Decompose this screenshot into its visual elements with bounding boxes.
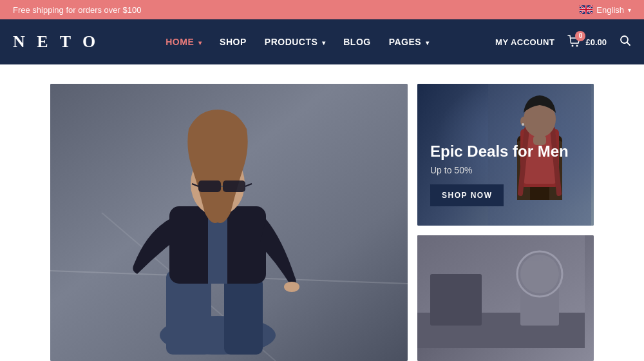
nav-link-shop[interactable]: SHOP bbox=[220, 37, 247, 47]
second-panel-svg bbox=[417, 235, 585, 348]
deals-text: Epic Deals for Men Up to 50% SHOP NOW bbox=[430, 142, 581, 206]
svg-point-32 bbox=[520, 255, 559, 293]
spacer-bar bbox=[0, 64, 644, 84]
deals-title: Epic Deals for Men bbox=[430, 142, 581, 161]
nav-item-products[interactable]: PRODUCTS ▾ bbox=[265, 36, 325, 48]
uk-flag-icon bbox=[580, 5, 592, 14]
svg-point-1 bbox=[572, 44, 574, 46]
nav-right-section: MY ACCOUNT 0 £0.00 bbox=[495, 35, 631, 50]
language-text: English bbox=[596, 5, 624, 15]
top-bar: Free shipping for orders over $100 MY AC… bbox=[0, 0, 644, 19]
deals-panel[interactable]: Epic Deals for Men Up to 50% SHOP NOW bbox=[417, 84, 594, 226]
main-content: Epic Deals for Men Up to 50% SHOP NOW bbox=[0, 84, 644, 361]
shipping-message: Free shipping for orders over $100 bbox=[13, 5, 141, 15]
nav-link-products[interactable]: PRODUCTS ▾ bbox=[265, 37, 325, 47]
svg-rect-29 bbox=[430, 274, 482, 326]
search-icon[interactable] bbox=[620, 35, 631, 49]
nav-link-home[interactable]: HOME ▾ bbox=[166, 37, 202, 47]
svg-point-25 bbox=[522, 123, 524, 126]
hero-banner[interactable] bbox=[50, 84, 408, 361]
nav-item-blog[interactable]: BLOG bbox=[343, 36, 370, 48]
cart-badge: 0 bbox=[575, 31, 585, 41]
nav-item-shop[interactable]: SHOP bbox=[220, 36, 247, 48]
pages-chevron-icon: ▾ bbox=[426, 39, 430, 46]
cart-icon-wrap: 0 bbox=[567, 35, 582, 50]
svg-rect-14 bbox=[198, 180, 221, 192]
nav-link-pages[interactable]: PAGES ▾ bbox=[389, 37, 429, 47]
svg-rect-15 bbox=[223, 180, 245, 192]
shop-now-button[interactable]: SHOP NOW bbox=[430, 184, 504, 206]
my-account-link[interactable]: MY ACCOUNT bbox=[495, 37, 554, 47]
hero-figure bbox=[50, 84, 408, 361]
svg-rect-9 bbox=[224, 277, 263, 355]
products-chevron-icon: ▾ bbox=[322, 39, 326, 46]
side-panels: Epic Deals for Men Up to 50% SHOP NOW bbox=[417, 84, 594, 361]
nav-item-home[interactable]: HOME ▾ bbox=[166, 36, 202, 48]
language-selector[interactable]: MY ACCOUNT English ▾ bbox=[580, 5, 631, 15]
svg-point-2 bbox=[576, 44, 578, 46]
second-panel[interactable] bbox=[417, 235, 594, 361]
site-logo[interactable]: N E T O bbox=[13, 32, 99, 52]
hero-image-svg bbox=[50, 84, 408, 361]
cart-button[interactable]: 0 £0.00 bbox=[567, 35, 607, 50]
lang-chevron-icon: ▾ bbox=[628, 6, 631, 14]
nav-menu: HOME ▾ SHOP PRODUCTS ▾ BLOG PAGES ▾ bbox=[166, 36, 429, 48]
second-panel-bg bbox=[417, 235, 594, 361]
navbar: N E T O HOME ▾ SHOP PRODUCTS ▾ BLOG PAGE… bbox=[0, 19, 644, 64]
nav-item-pages[interactable]: PAGES ▾ bbox=[389, 36, 429, 48]
svg-rect-11 bbox=[208, 213, 227, 284]
home-chevron-icon: ▾ bbox=[198, 39, 202, 46]
cart-price: £0.00 bbox=[585, 37, 607, 47]
deals-subtitle: Up to 50% bbox=[430, 165, 581, 175]
svg-point-12 bbox=[284, 282, 299, 292]
nav-link-blog[interactable]: BLOG bbox=[343, 37, 370, 47]
